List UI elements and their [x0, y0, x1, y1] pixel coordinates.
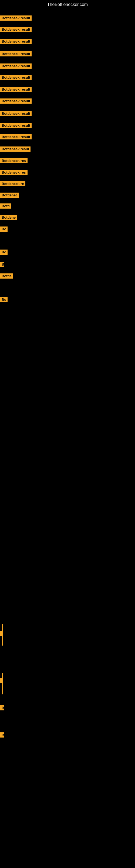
- bottleneck-result-badge: Bottlenec: [0, 193, 19, 198]
- bottleneck-result-badge: Bottleneck result: [0, 87, 32, 92]
- site-title: TheBottlenecker.com: [0, 0, 135, 9]
- bottleneck-result-badge: Bottl: [0, 204, 11, 209]
- bottleneck-result-badge: Bottleneck result: [0, 123, 32, 128]
- bottleneck-result-badge: Bottleneck result: [0, 111, 32, 116]
- bottleneck-result-badge: Bottleneck result: [0, 27, 32, 32]
- bottleneck-result-badge: B: [0, 733, 4, 738]
- bottleneck-result-badge: B: [0, 262, 4, 267]
- bottleneck-result-badge: Bottleneck re: [0, 181, 26, 186]
- bottleneck-result-badge: Bo: [0, 226, 8, 231]
- bottleneck-result-badge: Bottleneck res: [0, 158, 28, 163]
- vertical-line-indicator: [2, 673, 3, 694]
- bottleneck-result-badge: Bottleneck result: [0, 98, 32, 104]
- bottleneck-result-badge: Bottleneck result: [0, 16, 32, 21]
- bottleneck-result-badge: Bottleneck result: [0, 51, 32, 56]
- bottleneck-result-badge: |: [0, 678, 3, 683]
- bottleneck-result-badge: Bo: [0, 250, 8, 255]
- bottleneck-result-badge: Bottleneck result: [0, 75, 32, 80]
- bottleneck-result-badge: Bottleneck result: [0, 39, 32, 44]
- bottleneck-result-badge: Bottleneck result: [0, 134, 32, 140]
- bottleneck-result-badge: Bottlene: [0, 215, 17, 220]
- bottleneck-result-badge: Bottleneck resul: [0, 147, 31, 152]
- bottleneck-result-badge: Bottleneck res: [0, 170, 28, 175]
- bottleneck-result-badge: B: [0, 705, 4, 710]
- bottleneck-result-badge: Bottle: [0, 273, 13, 279]
- bottleneck-result-badge: Bottleneck result: [0, 63, 32, 69]
- bottleneck-result-badge: |: [0, 631, 3, 636]
- bottleneck-result-badge: Bo: [0, 297, 8, 302]
- vertical-line-indicator: [2, 624, 3, 646]
